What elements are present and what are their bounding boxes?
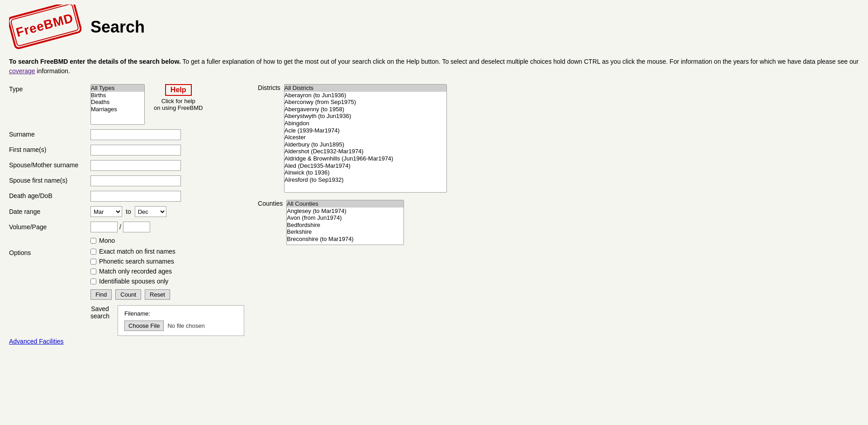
counties-row: Counties All CountiesAnglesey (to Mar197… xyxy=(258,200,859,245)
help-box: Help Click for help on using FreeBMD xyxy=(154,84,203,111)
option1-row: Exact match on first names xyxy=(90,248,175,255)
volume-label: Volume/Page xyxy=(9,223,90,231)
page-input[interactable] xyxy=(123,222,150,232)
volume-input[interactable] xyxy=(90,222,118,232)
logo: FreeBMD xyxy=(9,5,81,50)
date-to-select[interactable]: JanFebMarAprMayJunJulAugSepOctNovDec xyxy=(135,206,166,217)
death-age-input[interactable] xyxy=(90,191,181,202)
type-select[interactable]: All TypesBirthsDeathsMarriages xyxy=(90,84,145,125)
spouse-firstname-row: Spouse first name(s) xyxy=(9,175,244,186)
option2-checkbox[interactable] xyxy=(90,259,96,264)
option4-row: Identifiable spouses only xyxy=(90,278,175,285)
count-button[interactable]: Count xyxy=(115,289,141,300)
advanced-link-section: Advanced Facilities xyxy=(9,338,244,345)
option1-label: Exact match on first names xyxy=(99,248,175,255)
buttons-row: Find Count Reset xyxy=(90,289,244,300)
death-age-row: Death age/DoB xyxy=(9,191,244,202)
spouse-surname-label: Spouse/Mother surname xyxy=(9,160,90,169)
help-button[interactable]: Help xyxy=(165,84,192,96)
intro-rest: To get a fuller explanation of how to ge… xyxy=(182,58,859,65)
help-subtext2: on using FreeBMD xyxy=(154,104,203,111)
districts-label: Districts xyxy=(258,84,280,91)
file-choose-row: Choose File No file chosen xyxy=(124,321,237,331)
type-label: Type xyxy=(9,84,90,93)
intro-end: information. xyxy=(37,67,70,75)
options-checks: Exact match on first names Phonetic sear… xyxy=(90,248,175,285)
option3-checkbox[interactable] xyxy=(90,269,96,274)
counties-label: Counties xyxy=(258,200,283,207)
surname-input[interactable] xyxy=(90,129,181,140)
filename-label: Filename: xyxy=(124,310,237,317)
saved-search-box: Filename: Choose File No file chosen xyxy=(118,305,244,336)
option3-label: Match only recorded ages xyxy=(99,268,172,275)
firstname-label: First name(s) xyxy=(9,145,90,153)
no-file-text: No file chosen xyxy=(167,322,204,329)
firstname-row: First name(s) xyxy=(9,145,244,156)
type-section: Type All TypesBirthsDeathsMarriages Help… xyxy=(9,84,244,125)
option2-row: Phonetic search surnames xyxy=(90,258,175,265)
spouse-surname-input[interactable] xyxy=(90,160,181,171)
left-panel: Type All TypesBirthsDeathsMarriages Help… xyxy=(9,84,244,345)
mono-label: Mono xyxy=(99,237,115,244)
volume-slash: / xyxy=(119,223,121,231)
option2-label: Phonetic search surnames xyxy=(99,258,174,265)
districts-select[interactable]: All DistrictsAberayron (to Jun1936)Aberc… xyxy=(284,84,447,193)
firstname-input[interactable] xyxy=(90,145,181,156)
right-panel: Districts All DistrictsAberayron (to Jun… xyxy=(258,84,859,345)
districts-row: Districts All DistrictsAberayron (to Jun… xyxy=(258,84,859,193)
spouse-firstname-input[interactable] xyxy=(90,175,181,186)
mono-row: Mono xyxy=(90,237,244,244)
date-range-label: Date range xyxy=(9,208,90,215)
saved-section: Saved search Filename: Choose File No fi… xyxy=(90,305,244,336)
page-title: Search xyxy=(90,18,145,37)
volume-row: Volume/Page / xyxy=(9,222,244,232)
page-header: FreeBMD Search xyxy=(9,5,859,50)
spouse-firstname-label: Spouse first name(s) xyxy=(9,175,90,184)
advanced-facilities-link[interactable]: Advanced Facilities xyxy=(9,338,64,345)
surname-row: Surname xyxy=(9,129,244,140)
choose-file-button[interactable]: Choose File xyxy=(124,321,164,331)
date-from-select[interactable]: JanFebMarAprMayJunJulAugSepOctNovDec xyxy=(90,206,122,217)
option1-checkbox[interactable] xyxy=(90,249,96,255)
option4-checkbox[interactable] xyxy=(90,279,96,284)
reset-button[interactable]: Reset xyxy=(145,289,170,300)
date-range-row: Date range JanFebMarAprMayJunJulAugSepOc… xyxy=(9,206,244,217)
saved-search-title: Saved search xyxy=(90,305,109,320)
search-form: Type All TypesBirthsDeathsMarriages Help… xyxy=(9,84,859,345)
intro-text: To search FreeBMD enter the details of t… xyxy=(9,57,859,76)
find-button[interactable]: Find xyxy=(90,289,112,300)
surname-label: Surname xyxy=(9,129,90,138)
options-label: Options xyxy=(9,248,90,256)
counties-select[interactable]: All CountiesAnglesey (to Mar1974)Avon (f… xyxy=(286,200,404,245)
options-section: Options Exact match on first names Phone… xyxy=(9,248,244,285)
option4-label: Identifiable spouses only xyxy=(99,278,168,285)
option3-row: Match only recorded ages xyxy=(90,268,175,275)
help-subtext1: Click for help xyxy=(154,98,203,104)
coverage-link[interactable]: coverage xyxy=(9,67,35,75)
date-to-word: to xyxy=(126,208,131,215)
intro-bold: To search FreeBMD enter the details of t… xyxy=(9,58,181,65)
death-age-label: Death age/DoB xyxy=(9,191,90,199)
spouse-surname-row: Spouse/Mother surname xyxy=(9,160,244,171)
mono-checkbox[interactable] xyxy=(90,238,96,244)
